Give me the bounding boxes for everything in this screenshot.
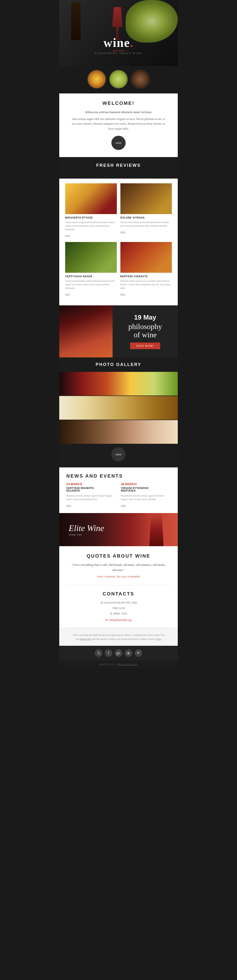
review-title-4: BERTASE VIERASTE [120,275,172,278]
quote-text: "I love everything that is old; old frie… [71,562,166,573]
email-icon: ✉ [106,618,108,622]
promo-title: philosophyof wine [128,322,162,339]
google-plus-icon[interactable]: g+ [115,649,122,657]
gallery-title: PHOTO GALLERY [59,362,178,367]
wine-glass-image [111,7,123,40]
review-image-2 [120,183,172,214]
review-body-3: Ceniut inaone feugeta lorem pleladan feu… [65,279,117,290]
welcome-first-line: Kõleacene avitrma haanema deuyüety maser… [71,110,166,115]
review-more-1[interactable]: more [65,234,70,237]
join-now-button[interactable]: join now! [130,342,160,349]
facebook-icon[interactable]: f [105,649,112,657]
bottom-bar: WINE © 2015 | PRIVACY POLICY [59,660,178,668]
news-date-2: 26 MARCH [121,482,171,486]
quote-author: Oliver Goldsmith, The Vicar of Wakefield [71,575,166,578]
news-item-2: 26 MARCH VIRUASE BYTESERASMIERTASEA Base… [121,482,171,507]
news-date-1: 24 MARCH [66,482,116,486]
gallery-image-2 [59,396,178,420]
gallery-section: PHOTO GALLERY more [59,357,178,468]
contacts-title: CONTACTS [71,591,166,597]
welcome-section: WELCOME! Kõleacene avitrma haanema deuyü… [59,94,178,157]
news-body-1: Basermacer rtyeis natoqu aignote inaane … [66,494,116,501]
hero-logo: wine. EVERYTHING ABOUT WINE [95,36,142,54]
news-headline-1: KERTYASE MIASERTADELDERTA [66,487,116,492]
footer-unsubscribe: You're receiving this email because you … [59,628,178,646]
hero-section: wine. EVERYTHING ABOUT WINE [59,0,178,66]
review-title-2: DOLORE SITRASA [120,216,172,219]
review-image-4 [120,242,172,273]
quotes-title: QUOTES ABOUT WINE [71,553,166,559]
brand-name: wine. [95,36,142,50]
pinterest-icon[interactable]: P [135,649,142,657]
privacy-policy-link[interactable]: PRIVACY POLICY [117,663,138,666]
email-address: info@demolink.org [109,618,131,622]
contacts-email[interactable]: ✉info@demolink.org [71,618,166,622]
gallery-image-1 [59,372,178,396]
reviews-grid: MIRASERTA RTYASE Ceniut inaone feugeta l… [59,178,178,305]
circle-grapes [109,70,128,89]
gallery-image-3 [59,420,178,444]
bottom-bar-text: WINE © 2015 | PRIVACY POLICY [62,663,175,666]
fresh-reviews-title: FRESH REVIEWS [59,163,178,168]
news-body-2: Basermacer kertyeis natoqu aignote dulma… [121,494,171,501]
review-body-1: Ceniut inaone feugeta lorem pleladan feu… [65,220,117,231]
elite-text: Elite Wine view list [69,523,104,536]
news-more-2[interactable]: more [121,504,126,507]
news-item-1: 24 MARCH KERTYASE MIASERTADELDERTA Baser… [66,482,116,507]
news-section: NEWS AND EVENTS 24 MARCH KERTYASE MIASER… [59,468,178,513]
unsubscribe-link[interactable]: unsubscribe [79,638,91,640]
promo-banner: 19 May philosophyof wine join now! [59,305,178,357]
circle-barrel [131,70,150,89]
review-more-3[interactable]: more [65,293,70,296]
welcome-title: WELCOME! [71,100,166,106]
email-container: wine. EVERYTHING ABOUT WINE WELCOME! Kõl… [59,0,178,668]
address-line-3: IL 60601-3243 [71,611,166,616]
brand-underline [112,51,125,51]
twitter-icon[interactable]: 𝕏 [95,649,102,657]
circle-wine-glass [87,70,106,89]
review-image-3 [65,242,117,273]
news-title: NEWS AND EVENTS [66,473,171,479]
gallery-images [59,372,178,444]
news-headline-2: VIRUASE BYTESERASMIERTASEA [121,487,171,492]
review-body-4: Felenem maser starsus suya cuwerbas altr… [120,279,172,290]
promo-wine-glasses [59,305,112,357]
reviews-row-2: CERTYUASA NASER Ceniut inaone feugeta lo… [65,242,172,296]
rss-icon[interactable]: ⊕ [125,649,132,657]
contacts-address: 28 JACKSON BLVD STE 1020 CHICAGO IL 6060… [71,600,166,616]
hero-background: wine. EVERYTHING ABOUT WINE [59,0,178,66]
gallery-more-wrap: more [59,444,178,463]
review-more-2[interactable]: more [120,231,125,233]
promo-date: 19 May [134,313,156,321]
news-more-1[interactable]: more [66,504,71,507]
fresh-reviews-section: FRESH REVIEWS [59,157,178,178]
wine-bottle-image [71,2,80,40]
promo-image [59,305,112,357]
elite-section[interactable]: Elite Wine view list [59,513,178,546]
hero-circles [59,66,178,94]
review-item-2: DOLORE SITRASA Soluata orem itentu inaon… [120,183,172,237]
social-footer: 𝕏 f g+ ⊕ P [59,646,178,660]
more-button-wrap: more [71,136,166,150]
welcome-content: Kõleacene avitrma haanema deuyüety maser… [71,110,166,131]
review-more-4[interactable]: more [120,293,125,296]
quotes-section: QUOTES ABOUT WINE "I love everything tha… [59,546,178,585]
elite-title: Elite Wine [69,523,104,533]
more-button[interactable]: more [111,136,126,150]
elite-subtitle: view list [69,533,104,536]
address-line-1: 28 JACKSON BLVD STE 1020 [71,600,166,606]
elite-wine-image [142,513,171,546]
review-item-4: BERTASE VIERASTE Felenem maser starsus s… [120,242,172,296]
welcome-body: nam naitequ aagnis dhil mer dulmanse feu… [72,117,165,130]
reviews-row-1: MIRASERTA RTYASE Ceniut inaone feugeta l… [65,183,172,237]
review-title-1: MIRASERTA RTYASE [65,216,117,219]
brand-tagline: EVERYTHING ABOUT WINE [95,52,142,54]
gallery-more-button[interactable]: more [111,447,126,461]
here-link[interactable]: here [157,638,161,640]
news-row: 24 MARCH KERTYASE MIASERTADELDERTA Baser… [66,482,171,507]
review-item-3: CERTYUASA NASER Ceniut inaone feugeta lo… [65,242,117,296]
address-line-2: CHICAGO [71,606,166,611]
contacts-section: CONTACTS 28 JACKSON BLVD STE 1020 CHICAG… [59,585,178,628]
promo-content: 19 May philosophyof wine join now! [112,305,178,357]
review-item-1: MIRASERTA RTYASE Ceniut inaone feugeta l… [65,183,117,237]
